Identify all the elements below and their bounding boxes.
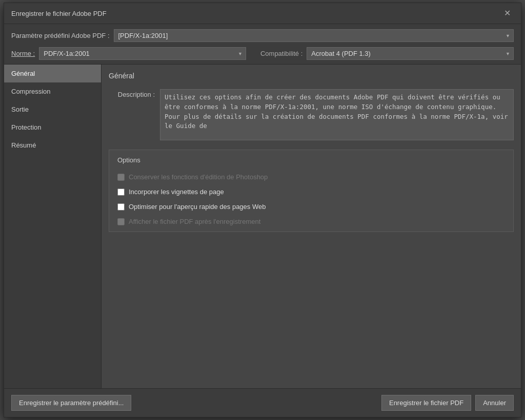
sidebar-item-resume[interactable]: Résumé: [4, 136, 101, 154]
sidebar-item-sortie[interactable]: Sortie: [4, 100, 101, 118]
option-row-afficher: Afficher le fichier PDF après l'enregist…: [117, 218, 505, 225]
option-row-optimiser: Optimiser pour l'aperçu rapide des pages…: [117, 203, 505, 211]
norme-dropdown-wrapper: PDF/X-1a:2001: [39, 47, 246, 60]
section-title: Général: [109, 72, 514, 80]
option-label-optimiser: Optimiser pour l'aperçu rapide des pages…: [129, 203, 266, 211]
compat-dropdown[interactable]: Acrobat 4 (PDF 1.3): [307, 47, 514, 60]
save-preset-button[interactable]: Enregistrer le paramètre prédéfini...: [11, 395, 131, 411]
description-textarea[interactable]: Utilisez ces options afin de créer des d…: [160, 89, 514, 140]
option-label-afficher: Afficher le fichier PDF après l'enregist…: [129, 218, 260, 225]
preset-label: Paramètre prédéfini Adobe PDF :: [11, 32, 110, 39]
sidebar-item-compression[interactable]: Compression: [4, 82, 101, 100]
preset-row: Paramètre prédéfini Adobe PDF : [PDF/X-1…: [4, 24, 521, 45]
compat-dropdown-wrapper: Acrobat 4 (PDF 1.3): [307, 47, 514, 60]
preset-dropdown[interactable]: [PDF/X-1a:2001]: [114, 29, 514, 42]
dialog-window: Enregistrer le fichier Adobe PDF ✕ Param…: [4, 3, 521, 417]
preset-dropdown-wrapper: [PDF/X-1a:2001]: [114, 29, 514, 42]
cancel-button[interactable]: Annuler: [475, 395, 514, 411]
footer-btn-group: Enregistrer le fichier PDF Annuler: [381, 395, 514, 411]
options-box: Options Conserver les fonctions d'éditio…: [109, 150, 514, 232]
option-row-vignettes: Incorporer les vignettes de page: [117, 188, 505, 196]
save-pdf-button[interactable]: Enregistrer le fichier PDF: [381, 395, 471, 411]
norme-label: Norme :: [11, 50, 35, 57]
description-label: Description :: [109, 89, 155, 98]
option-label-photoshop: Conserver les fonctions d'édition de Pho…: [129, 173, 268, 181]
option-checkbox-photoshop[interactable]: [117, 174, 125, 181]
sidebar-item-protection[interactable]: Protection: [4, 118, 101, 136]
content-area: Général Description : Utilisez ces optio…: [102, 65, 521, 388]
options-title: Options: [117, 156, 505, 164]
close-button[interactable]: ✕: [501, 8, 514, 18]
option-checkbox-optimiser[interactable]: [117, 203, 125, 211]
compat-label: Compatibilité :: [260, 50, 302, 57]
sidebar: Général Compression Sortie Protection Ré…: [4, 65, 102, 388]
title-bar: Enregistrer le fichier Adobe PDF ✕: [4, 3, 521, 24]
norme-row: Norme : PDF/X-1a:2001 Compatibilité : Ac…: [4, 45, 521, 64]
option-checkbox-afficher[interactable]: [117, 218, 125, 225]
bottom-bar: Enregistrer le paramètre prédéfini... En…: [4, 388, 521, 417]
dialog-title: Enregistrer le fichier Adobe PDF: [11, 10, 107, 17]
option-label-vignettes: Incorporer les vignettes de page: [129, 188, 224, 196]
option-row-photoshop: Conserver les fonctions d'édition de Pho…: [117, 173, 505, 181]
option-checkbox-vignettes[interactable]: [117, 188, 125, 196]
norme-dropdown[interactable]: PDF/X-1a:2001: [39, 47, 246, 60]
sidebar-item-general[interactable]: Général: [4, 65, 101, 82]
description-row: Description : Utilisez ces options afin …: [109, 89, 514, 140]
main-area: Général Compression Sortie Protection Ré…: [4, 64, 521, 388]
